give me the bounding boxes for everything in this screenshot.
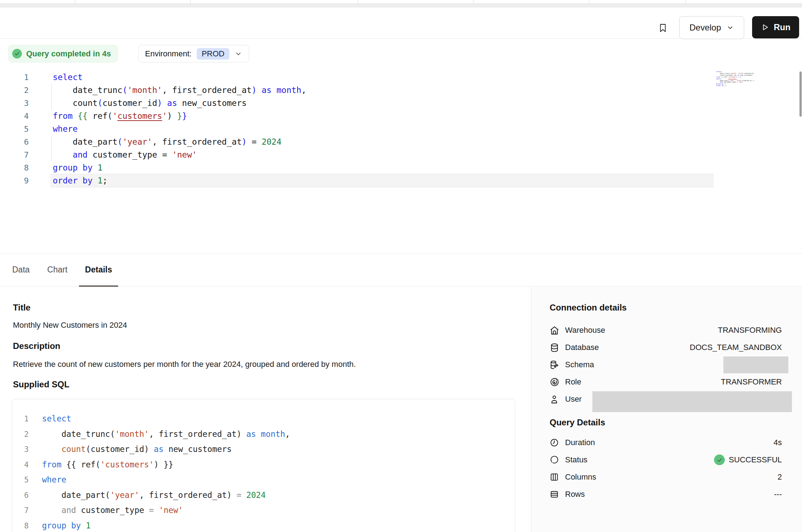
run-button-label: Run — [774, 22, 791, 32]
tab-details[interactable]: Details — [85, 253, 112, 286]
tab-data[interactable]: Data — [12, 253, 30, 286]
check-circle-icon — [12, 49, 22, 59]
line-number: 2 — [0, 84, 29, 97]
code-line-text: select — [42, 411, 71, 426]
detail-row-database: DatabaseDOCS_TEAM_SANDBOX — [550, 339, 782, 356]
detail-value: --- — [774, 490, 782, 499]
editor-line: 7 and customer_type = 'new' — [0, 148, 802, 161]
line-number: 4 — [0, 110, 29, 123]
code-line-text: group by 1 — [42, 518, 90, 532]
description-value: Retrieve the count of new customers per … — [13, 360, 356, 369]
editor-line: 9order by 1; — [0, 174, 802, 187]
description-heading: Description — [13, 341, 60, 351]
code-line-text: select — [53, 71, 83, 84]
clock-icon — [550, 438, 559, 448]
code-line-text: count(customer_id) as new_customers — [53, 97, 247, 109]
supplied-sql-line: 7 and customer_type = 'new' — [12, 503, 515, 518]
code-line-text: and customer_type = 'new' — [53, 148, 197, 161]
environment-selector[interactable]: Environment: PROD — [138, 45, 249, 62]
editor-line: 4from {{ ref('customers') }} — [0, 109, 802, 122]
detail-label: Warehouse — [565, 326, 605, 335]
query-details-rows: Duration4sStatusSUCCESSFULColumns2Rows--… — [550, 434, 782, 503]
run-button[interactable]: Run — [752, 16, 799, 38]
details-panel: Title Monthly New Customers in 2024 Desc… — [0, 287, 531, 532]
detail-row-user: User — [550, 391, 782, 408]
connection-rows: WarehouseTRANSFORMINGDatabaseDOCS_TEAM_S… — [550, 322, 782, 408]
editor-line: 6 date_part('year', first_ordered_at) = … — [0, 135, 802, 148]
indent-guide — [51, 148, 52, 161]
indent-guide — [51, 135, 52, 148]
detail-row-role: RoleTRANSFORMER — [550, 373, 782, 391]
tab-chart[interactable]: Chart — [47, 253, 67, 286]
results-tabbar: DataChartDetails — [0, 253, 802, 286]
detail-row-warehouse: WarehouseTRANSFORMING — [550, 322, 782, 339]
line-number: 2 — [12, 427, 29, 442]
chevron-down-icon — [234, 50, 242, 58]
line-number: 6 — [0, 136, 29, 149]
code-line-text: where — [42, 472, 66, 487]
code-line-text: where — [53, 122, 78, 135]
columns-icon — [550, 472, 559, 482]
sql-editor[interactable]: 1select2 date_trunc('month', first_order… — [0, 71, 802, 187]
supplied-sql-line: 8group by 1 — [12, 518, 515, 532]
minimap-line: order by 1; — [716, 85, 755, 87]
tab-divider — [190, 0, 191, 3]
supplied-sql-line: 4from {{ ref('customers') }} — [12, 457, 515, 472]
supplied-sql-heading: Supplied SQL — [13, 379, 69, 389]
query-status-text: Query completed in 4s — [26, 49, 111, 59]
detail-value: 4s — [774, 438, 782, 447]
code-line-text: group by 1 — [53, 161, 103, 174]
tab-divider — [473, 0, 474, 3]
detail-value: TRANSFORMING — [718, 326, 782, 335]
indent-guide — [51, 84, 52, 97]
develop-button[interactable]: Develop — [679, 16, 744, 39]
detail-value: DOCS_TEAM_SANDBOX — [690, 343, 782, 352]
supplied-sql-line: 2 date_trunc('month', first_ordered_at) … — [12, 426, 515, 442]
query-status-badge: Query completed in 4s — [8, 45, 118, 62]
connection-details-heading: Connection details — [550, 303, 627, 313]
editor-line: 8group by 1 — [0, 161, 802, 174]
database-icon — [550, 343, 559, 353]
warehouse-icon — [550, 326, 559, 335]
line-number: 3 — [12, 442, 29, 457]
editor-line: 3 count(customer_id) as new_customers — [0, 97, 802, 109]
rows-icon — [550, 490, 559, 499]
line-number: 5 — [0, 123, 29, 136]
supplied-sql-line: 3 count(customer_id) as new_customers — [12, 442, 515, 457]
code-line-text: date_part('year', first_ordered_at) = 20… — [53, 135, 281, 148]
code-line-text: from {{ ref('customers') }} — [42, 457, 173, 472]
line-number: 4 — [12, 457, 29, 473]
editor-minimap[interactable]: select date_trunc('month', first_ordered… — [716, 71, 755, 88]
tab-divider — [75, 0, 75, 3]
tab-divider — [589, 0, 589, 3]
develop-button-label: Develop — [689, 23, 721, 33]
line-number: 7 — [0, 149, 29, 162]
detail-row-columns: Columns2 — [550, 468, 782, 486]
page-scrollbar-thumb[interactable] — [799, 71, 802, 117]
tab-strip-band — [0, 4, 802, 8]
code-line-text: date_part('year', first_ordered_at) = 20… — [42, 487, 266, 503]
detail-row-schema: Schema — [550, 356, 782, 373]
supplied-sql-block: 1select2 date_trunc('month', first_order… — [12, 399, 515, 532]
detail-label: Status — [565, 455, 587, 465]
environment-value-badge: PROD — [197, 48, 230, 60]
line-number: 9 — [0, 174, 29, 187]
tab-divider — [358, 0, 358, 3]
editor-line: 5where — [0, 122, 802, 135]
title-heading: Title — [13, 303, 31, 313]
line-number: 7 — [12, 503, 29, 518]
line-number: 8 — [12, 518, 29, 532]
code-line-text: and customer_type = 'new' — [42, 503, 183, 518]
user-icon — [550, 395, 559, 404]
connection-panel: Connection details WarehouseTRANSFORMING… — [531, 287, 802, 532]
bookmark-icon[interactable] — [656, 21, 670, 35]
query-details-heading: Query Details — [550, 417, 605, 428]
detail-label: Database — [565, 343, 599, 352]
title-value: Monthly New Customers in 2024 — [13, 321, 127, 330]
detail-value: 2 — [778, 472, 782, 482]
tab-divider — [685, 0, 686, 3]
detail-label: Rows — [565, 490, 585, 499]
chevron-down-icon — [726, 24, 734, 32]
line-number: 8 — [0, 162, 29, 174]
redacted-value — [592, 391, 792, 412]
